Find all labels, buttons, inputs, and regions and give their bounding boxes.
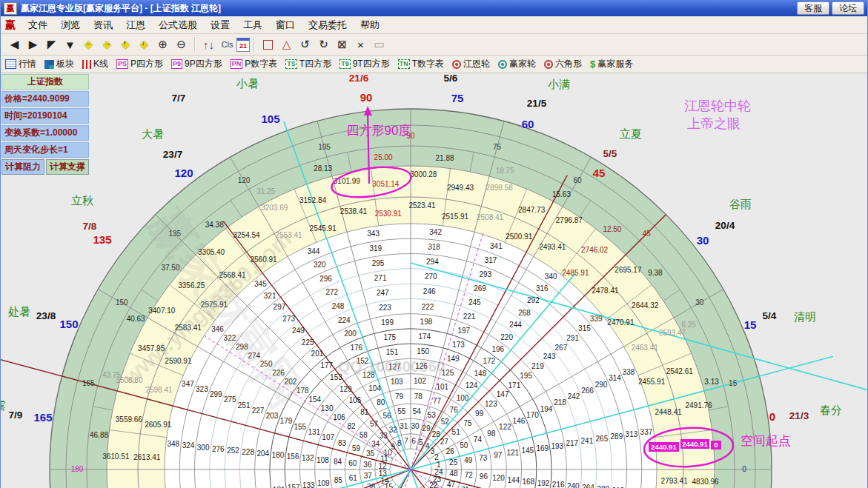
panel-row-0: 价格=2440.9099 bbox=[1, 91, 89, 107]
calc-resistance-button[interactable]: 计算阻力 bbox=[1, 159, 44, 175]
tn-icon: TN bbox=[398, 59, 410, 69]
gann-tool-10[interactable]: 赢家轮 bbox=[498, 58, 536, 70]
spiral-291: 291 bbox=[566, 334, 579, 342]
menu-item-8[interactable]: 交易委托 bbox=[302, 19, 354, 32]
menu-item-1[interactable]: 浏览 bbox=[54, 19, 87, 32]
menu-logo-icon: 赢 bbox=[1, 19, 21, 32]
spiral-244: 244 bbox=[509, 321, 522, 329]
gann-tool-2[interactable]: K线 bbox=[82, 58, 108, 70]
price-outer-2847.73: 2847.73 bbox=[518, 206, 546, 214]
degree-label-90: 90 bbox=[360, 91, 373, 104]
center-cross-icon[interactable]: × bbox=[351, 36, 370, 53]
menu-item-2[interactable]: 资讯 bbox=[87, 19, 119, 32]
menu-item-9[interactable]: 帮助 bbox=[354, 19, 386, 32]
board-tool-icon[interactable]: ▭ bbox=[370, 36, 388, 53]
origin-chip-value-0: 2440.91 bbox=[651, 443, 677, 451]
spiral-175: 175 bbox=[383, 333, 396, 341]
pan-left-icon[interactable]: ◆← bbox=[79, 36, 98, 53]
spiral-33: 33 bbox=[380, 432, 388, 440]
spiral-106: 106 bbox=[333, 413, 345, 421]
spiral-57: 57 bbox=[370, 420, 379, 428]
spiral-339: 339 bbox=[590, 315, 603, 323]
gann-tool-9[interactable]: 江恩轮 bbox=[452, 58, 490, 70]
scale-updown-icon[interactable]: ↑↓ bbox=[199, 36, 218, 53]
spiral-318: 318 bbox=[428, 243, 440, 251]
forum-button[interactable]: 论坛 bbox=[832, 1, 864, 15]
gann-tool-8[interactable]: TNT数字表 bbox=[398, 58, 444, 70]
square-tool-icon[interactable] bbox=[259, 36, 277, 53]
spiral-179: 179 bbox=[280, 417, 293, 425]
nav-right-icon[interactable]: ▶ bbox=[24, 36, 42, 53]
pan-down-icon[interactable]: ◆↓ bbox=[135, 36, 153, 53]
price-outer-3203.69: 3203.69 bbox=[261, 204, 288, 212]
spiral-34: 34 bbox=[371, 440, 380, 448]
gann-tool-label: P数字表 bbox=[245, 58, 277, 70]
spiral-271: 271 bbox=[374, 274, 387, 282]
gann-tool-1[interactable]: 板块 bbox=[44, 58, 74, 70]
percent-15.63: 15.63 bbox=[552, 190, 571, 198]
spiral-222: 222 bbox=[422, 303, 434, 311]
spiral-132: 132 bbox=[302, 454, 314, 462]
menu-item-3[interactable]: 江恩 bbox=[119, 19, 152, 32]
panel-row-3: 周天变化步长=1 bbox=[1, 142, 89, 158]
menu-item-7[interactable]: 窗口 bbox=[269, 19, 302, 32]
menu-item-0[interactable]: 文件 bbox=[21, 19, 54, 32]
spiral-49: 49 bbox=[464, 456, 473, 464]
spiral-79: 79 bbox=[395, 392, 404, 401]
price-inner-2793.41: 2793.41 bbox=[661, 477, 689, 485]
spiral-157: 157 bbox=[288, 484, 300, 488]
spiral-36: 36 bbox=[363, 461, 372, 469]
spiral-150: 150 bbox=[417, 347, 429, 355]
spiral-103: 103 bbox=[391, 378, 403, 386]
spiral-295: 295 bbox=[372, 259, 385, 267]
spiral-317: 317 bbox=[485, 256, 497, 264]
spiral-288: 288 bbox=[597, 485, 609, 488]
spiral-266: 266 bbox=[581, 387, 594, 395]
spiral-338: 338 bbox=[623, 368, 635, 376]
spiral-300: 300 bbox=[197, 444, 210, 452]
gann-tool-label: 板块 bbox=[56, 58, 74, 70]
menu-item-4[interactable]: 公式选股 bbox=[152, 19, 204, 32]
degree-ring-60: 60 bbox=[573, 176, 582, 184]
spiral-272: 272 bbox=[325, 288, 338, 296]
gann-tool-6[interactable]: TST四方形 bbox=[285, 58, 331, 70]
menu-item-5[interactable]: 设置 bbox=[204, 19, 236, 32]
service-button[interactable]: 客服 bbox=[797, 1, 829, 15]
spiral-108: 108 bbox=[317, 456, 329, 464]
rotate-cw-icon[interactable]: ↻ bbox=[314, 36, 333, 53]
price-inner-2598.41: 2598.41 bbox=[145, 386, 173, 394]
pan-right-icon[interactable]: ◆→ bbox=[98, 36, 116, 53]
zoom-in-icon[interactable]: ⊕ bbox=[153, 36, 172, 53]
rotate-ccw-icon[interactable]: ↺ bbox=[296, 36, 314, 53]
spiral-241: 241 bbox=[581, 437, 594, 445]
spiral-38: 38 bbox=[367, 483, 376, 488]
calc-support-button[interactable]: 计算支撑 bbox=[46, 159, 89, 175]
select-box-icon[interactable]: ⊠ bbox=[333, 36, 351, 53]
gann-tool-3[interactable]: PSP四方形 bbox=[116, 58, 163, 70]
cursor-down-icon[interactable]: ▼ bbox=[61, 36, 79, 53]
spiral-146: 146 bbox=[513, 417, 526, 425]
spiral-147: 147 bbox=[497, 390, 509, 398]
menu-item-6[interactable]: 工具 bbox=[236, 19, 269, 32]
spiral-105: 105 bbox=[349, 396, 362, 404]
solar-term-春分: 春分 bbox=[820, 404, 842, 416]
nav-left-icon[interactable]: ◀ bbox=[5, 36, 24, 53]
gann-tool-5[interactable]: PNP数字表 bbox=[231, 58, 278, 70]
spiral-265: 265 bbox=[596, 435, 609, 443]
gann-tool-11[interactable]: 六角形 bbox=[544, 58, 582, 70]
gann-tool-7[interactable]: T99T四方形 bbox=[339, 58, 390, 70]
triangle-tool-icon[interactable]: △ bbox=[277, 36, 296, 53]
zoom-out-icon[interactable]: ⊖ bbox=[172, 36, 191, 53]
gann-tool-12[interactable]: $赢家服务 bbox=[590, 58, 633, 70]
gann-tool-4[interactable]: P99P四方形 bbox=[171, 58, 222, 70]
gann-tool-0[interactable]: 行情 bbox=[5, 58, 36, 70]
calendar-icon[interactable]: 21 bbox=[236, 38, 250, 52]
cursor-tool-icon[interactable]: ◤ bbox=[42, 36, 61, 53]
origin-chip-value-2: 0 bbox=[714, 441, 718, 449]
pan-up-icon[interactable]: ◆↑ bbox=[116, 36, 135, 53]
spiral-240: 240 bbox=[567, 482, 580, 488]
gann-tool-label: 赢家轮 bbox=[509, 58, 536, 70]
cls-button[interactable]: Cls bbox=[218, 36, 236, 53]
degree-label-15: 15 bbox=[744, 318, 757, 331]
percent-25.00: 25.00 bbox=[374, 153, 393, 161]
